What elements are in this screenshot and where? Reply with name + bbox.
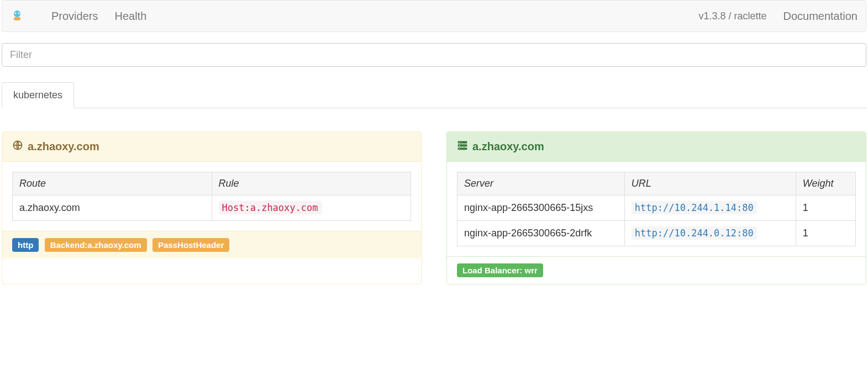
badge-loadbalancer: Load Balancer: wrr	[457, 263, 543, 277]
badge-backend: Backend:a.zhaoxy.com	[45, 238, 147, 252]
url-cell: http://10.244.1.14:80	[624, 196, 796, 221]
server-cell: nginx-app-2665300665-2drfk	[457, 221, 625, 246]
badge-http: http	[12, 238, 39, 252]
route-cell: a.zhaoxy.com	[13, 196, 212, 221]
frontend-footer: http Backend:a.zhaoxy.com PassHostHeader	[2, 231, 421, 258]
filter-input[interactable]	[2, 43, 866, 67]
rule-cell: Host:a.zhaoxy.com	[212, 196, 411, 221]
svg-point-9	[459, 145, 460, 146]
frontend-heading: a.zhaoxy.com	[2, 132, 421, 162]
logo-icon	[10, 9, 24, 23]
table-row: nginx-app-2665300665-15jxshttp://10.244.…	[457, 196, 856, 221]
rule-code: Host:a.zhaoxy.com	[219, 201, 322, 214]
svg-point-3	[18, 13, 20, 14]
routes-table: Route Rule a.zhaoxy.comHost:a.zhaoxy.com	[12, 172, 411, 221]
col-route: Route	[13, 172, 212, 196]
badge-passhostheader: PassHostHeader	[152, 238, 229, 252]
col-url: URL	[624, 172, 796, 196]
servers-table: Server URL Weight nginx-app-2665300665-1…	[457, 172, 856, 246]
url-link[interactable]: http://10.244.0.12:80	[632, 226, 757, 240]
weight-cell: 1	[796, 221, 855, 246]
svg-point-10	[459, 148, 460, 149]
backend-footer: Load Balancer: wrr	[447, 256, 866, 284]
url-link[interactable]: http://10.244.1.14:80	[632, 201, 757, 214]
url-cell: http://10.244.0.12:80	[624, 221, 796, 246]
nav-providers[interactable]: Providers	[51, 10, 98, 23]
col-server: Server	[457, 172, 625, 196]
svg-point-2	[15, 13, 17, 14]
table-row: nginx-app-2665300665-2drfkhttp://10.244.…	[457, 221, 856, 246]
nav-documentation[interactable]: Documentation	[783, 10, 858, 23]
backend-panel: a.zhaoxy.com Server URL Weight nginx-app…	[446, 131, 866, 284]
svg-rect-1	[14, 17, 20, 20]
backend-title: a.zhaoxy.com	[472, 140, 544, 153]
server-cell: nginx-app-2665300665-15jxs	[457, 196, 625, 221]
server-icon	[457, 140, 468, 154]
frontend-panel: a.zhaoxy.com Route Rule a.zhaoxy.comHost…	[2, 131, 422, 284]
svg-point-0	[14, 10, 20, 17]
provider-tabs: kubernetes	[2, 82, 866, 108]
table-row: a.zhaoxy.comHost:a.zhaoxy.com	[13, 196, 411, 221]
tab-kubernetes[interactable]: kubernetes	[2, 82, 74, 108]
backend-heading: a.zhaoxy.com	[447, 132, 866, 162]
col-weight: Weight	[796, 172, 855, 196]
globe-icon	[12, 140, 23, 154]
svg-point-8	[459, 142, 460, 143]
navbar: Providers Health v1.3.8 / raclette Docum…	[2, 0, 866, 32]
nav-health[interactable]: Health	[114, 10, 146, 23]
frontend-title: a.zhaoxy.com	[28, 140, 99, 153]
col-rule: Rule	[212, 172, 411, 196]
version-label: v1.3.8 / raclette	[698, 10, 766, 22]
weight-cell: 1	[796, 196, 855, 221]
